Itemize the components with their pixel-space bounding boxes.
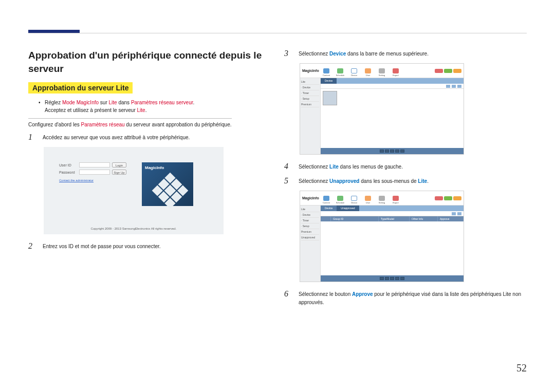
app-actions: [435, 191, 464, 205]
sidebar-item-lite[interactable]: Lite: [301, 207, 319, 212]
step-text: Sélectionnez Lite dans les menus de gauc…: [299, 162, 403, 171]
sidebar-item-premium[interactable]: Premium: [301, 229, 319, 235]
user-id-input[interactable]: [79, 162, 110, 167]
nav-device-icon[interactable]: Device: [347, 195, 361, 205]
nav-export-icon[interactable]: Export: [389, 67, 402, 78]
step-text: Entrez vos ID et mot de passe pour vous …: [43, 241, 161, 251]
app-logo: MagicInfo: [300, 64, 320, 78]
nav-user-icon[interactable]: User: [361, 67, 375, 78]
approve-keyword: Approve: [352, 291, 373, 297]
login-screenshot: User ID Login Password Sign Up Contact t…: [44, 147, 224, 234]
step-number: 6: [284, 289, 291, 307]
thumb-row: [321, 89, 464, 107]
tab-device[interactable]: Device: [321, 78, 337, 84]
footer-btn[interactable]: [380, 150, 384, 153]
action-btn-1[interactable]: [435, 196, 443, 200]
step-text-part: Sélectionnez: [299, 51, 329, 57]
tool-btn[interactable]: [457, 85, 461, 88]
right-column: 3 Sélectionnez Device dans la barre de m…: [284, 49, 525, 312]
password-input[interactable]: [79, 170, 110, 175]
action-btn-1[interactable]: [435, 69, 443, 73]
tool-btn[interactable]: [446, 85, 450, 88]
step-3: 3 Sélectionnez Device dans la barre de m…: [284, 49, 525, 58]
action-btn-2[interactable]: [444, 69, 452, 73]
sidebar-item-device[interactable]: · Device: [301, 212, 319, 218]
sidebar-item-setup[interactable]: · Setup: [301, 96, 319, 102]
footer-btn[interactable]: [395, 277, 399, 280]
nav-setting-icon[interactable]: Setting: [375, 195, 388, 205]
sidebar-item-timer[interactable]: · Timer: [301, 90, 319, 96]
app-header: MagicInfo Content Schedule Device User S…: [300, 64, 464, 78]
nav-setting-icon[interactable]: Setting: [375, 67, 388, 78]
footer-btn[interactable]: [385, 150, 389, 153]
step-4: 4 Sélectionnez Lite dans les menus de ga…: [284, 162, 525, 171]
lite-keyword: Lite: [418, 178, 427, 184]
app-logo: MagicInfo: [300, 191, 320, 205]
page-content: Approbation d'un périphérique connecté d…: [28, 49, 527, 312]
footer-btn[interactable]: [390, 150, 394, 153]
device-screenshot: MagicInfo Content Schedule Device User S…: [300, 63, 464, 155]
footer-btn[interactable]: [400, 277, 404, 280]
footer-btn[interactable]: [400, 150, 404, 153]
footer-btn[interactable]: [395, 150, 399, 153]
footer-btn[interactable]: [385, 277, 389, 280]
step-text-part: Sélectionnez le bouton: [299, 291, 352, 297]
nav-schedule-icon[interactable]: Schedule: [334, 67, 347, 78]
tab-bar: Device Unapproved: [321, 206, 464, 211]
app-nav: Content Schedule Device User Setting Exp…: [320, 64, 435, 78]
action-btn-3[interactable]: [453, 196, 461, 200]
device-thumbnail[interactable]: [323, 91, 337, 105]
password-label: Password: [59, 171, 77, 174]
nav-content-icon[interactable]: Content: [320, 195, 333, 205]
bullet-text: dans: [117, 100, 131, 105]
tool-btn[interactable]: [452, 212, 456, 215]
note-line: Configurez d'abord les Paramètres réseau…: [28, 118, 232, 127]
step-text: Sélectionnez le bouton Approve pour le p…: [299, 289, 525, 307]
step-5: 5 Sélectionnez Unapproved dans les sous-…: [284, 176, 525, 185]
sidebar-item-unapproved[interactable]: Unapproved: [301, 235, 319, 240]
device-keyword: Device: [329, 51, 346, 57]
app-main: Device Unapproved Group ID Type/Model Ot…: [321, 206, 464, 282]
footer-btn[interactable]: [390, 277, 394, 280]
sidebar-item-premium[interactable]: Premium: [301, 102, 319, 107]
sidebar-item-lite[interactable]: Lite: [301, 79, 319, 85]
sidebar-item-timer[interactable]: · Timer: [301, 218, 319, 223]
nav-device-icon[interactable]: Device: [347, 67, 361, 78]
th-checkbox: [321, 216, 331, 221]
tab-unapproved[interactable]: Unapproved: [337, 206, 359, 211]
action-btn-2[interactable]: [444, 196, 452, 200]
tab-bar: Device: [321, 78, 464, 84]
nav-user-icon[interactable]: User: [361, 195, 375, 205]
signup-button[interactable]: Sign Up: [112, 170, 126, 175]
app-header: MagicInfo Content Schedule Device User S…: [300, 191, 464, 206]
sidebar-item-device[interactable]: · Device: [301, 85, 319, 90]
note-text: Configurez d'abord les: [28, 122, 81, 127]
th-approve: Approve: [438, 216, 464, 221]
bullet-text: Acceptez et utilisez à présent le serveu…: [45, 107, 137, 113]
tool-btn[interactable]: [457, 212, 461, 215]
step-number: 5: [284, 176, 291, 185]
step-text: Sélectionnez Device dans la barre de men…: [299, 49, 429, 58]
app-body: Lite · Device · Timer · Setup Premium Un…: [300, 206, 464, 282]
nav-export-icon[interactable]: Export: [389, 195, 402, 205]
footer-btn[interactable]: [380, 277, 384, 280]
login-button[interactable]: Login: [112, 162, 126, 167]
step-6: 6 Sélectionnez le bouton Approve pour le…: [284, 289, 525, 307]
app-footer: [321, 148, 464, 154]
app-body: Lite · Device · Timer · Setup Premium De…: [300, 78, 464, 154]
action-btn-3[interactable]: [453, 69, 461, 73]
main-title: Approbation d'un périphérique connecté d…: [28, 49, 269, 75]
nav-content-icon[interactable]: Content: [320, 67, 333, 78]
sidebar-item-setup[interactable]: · Setup: [301, 223, 319, 229]
contact-admin-link[interactable]: Contact the administrator: [59, 179, 126, 182]
nav-schedule-icon[interactable]: Schedule: [334, 195, 347, 205]
step-text-part: Sélectionnez: [299, 164, 329, 170]
tool-btn[interactable]: [452, 85, 456, 88]
step-number: 4: [284, 162, 291, 171]
app-actions: [435, 64, 464, 78]
tool-row: [321, 211, 464, 216]
diamond-icon: [152, 173, 189, 209]
tab-lite-device[interactable]: Device: [321, 206, 337, 211]
unapproved-keyword: Unapproved: [329, 178, 359, 184]
tool-row: [321, 84, 464, 89]
